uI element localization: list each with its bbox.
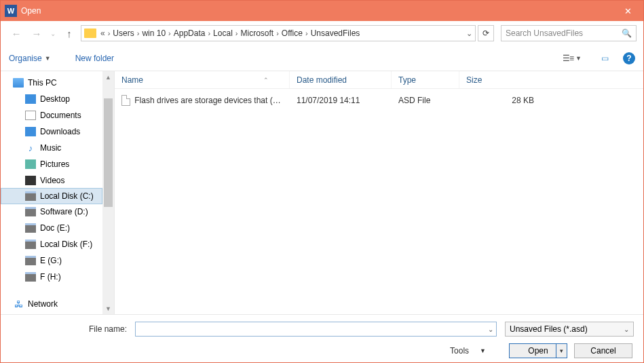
organise-menu[interactable]: Organise ▼ [9, 54, 51, 63]
back-button[interactable]: ← [7, 24, 25, 42]
crumb-users[interactable]: Users [113, 28, 134, 38]
filename-label: File name: [10, 324, 131, 334]
nav-tree: This PC Desktop Documents Downloads ♪ Mu… [1, 71, 115, 314]
tree-this-pc[interactable]: This PC [1, 75, 114, 91]
pictures-icon [25, 159, 36, 169]
column-label: Date modified [297, 75, 347, 85]
combobox-drop-icon[interactable]: ⌄ [624, 326, 629, 333]
filetype-value: Unsaved Files (*.asd) [510, 324, 588, 334]
forward-button[interactable]: → [28, 24, 45, 42]
disk-icon [25, 223, 36, 233]
tree-label: Local Disk (C:) [40, 191, 94, 201]
tree-label: Local Disk (F:) [40, 240, 92, 249]
breadcrumb-history-dropdown[interactable]: ⌄ [466, 29, 472, 38]
filetype-combobox[interactable]: Unsaved Files (*.asd) ⌄ [505, 322, 634, 337]
toolbar: Organise ▼ New folder ☰≡ ▼ ▭ ? [1, 45, 643, 71]
tree-label: Network [28, 299, 58, 309]
tree-label: Doc (E:) [40, 223, 70, 233]
crumb-local[interactable]: Local [213, 28, 233, 38]
column-label: Size [466, 75, 482, 85]
tree-doc-e[interactable]: Doc (E:) [1, 220, 114, 236]
file-size: 28 KB [459, 96, 554, 105]
caret-down-icon: ▼ [45, 55, 51, 62]
chevron-right-icon: › [168, 29, 171, 37]
tree-f-h[interactable]: F (H:) [1, 269, 114, 285]
column-date[interactable]: Date modified [290, 71, 392, 88]
folder-icon [84, 28, 96, 38]
scroll-thumb[interactable] [104, 98, 113, 207]
nav-bar: ← → ⌄ ↑ « › Users › win 10 › AppData › L… [1, 21, 643, 45]
bottom-panel: File name: ⌄ Unsaved Files (*.asd) ⌄ Too… [1, 314, 643, 363]
sort-indicator-icon: ⌃ [263, 77, 269, 83]
tools-label: Tools [450, 346, 469, 356]
column-name[interactable]: Name ⌃ [115, 71, 290, 88]
scroll-down-icon[interactable]: ▼ [102, 303, 114, 314]
pc-icon [13, 78, 24, 88]
main-area: This PC Desktop Documents Downloads ♪ Mu… [1, 71, 643, 314]
open-button[interactable]: Open ▾ [509, 343, 567, 358]
file-name: Flash drives are storage devices that ((… [134, 96, 283, 105]
chevron-right-icon: › [208, 29, 210, 37]
tree-software-d[interactable]: Software (D:) [1, 204, 114, 220]
cancel-label: Cancel [590, 346, 615, 356]
file-type: ASD File [392, 96, 459, 105]
chevron-right-icon: › [137, 29, 140, 37]
file-date: 11/07/2019 14:11 [290, 96, 392, 105]
close-button[interactable]: ✕ [613, 1, 643, 21]
search-box[interactable]: 🔍 [501, 25, 637, 41]
crumb-unsavedfiles[interactable]: UnsavedFiles [311, 28, 360, 38]
combobox-drop-icon[interactable]: ⌄ [488, 326, 493, 333]
tree-downloads[interactable]: Downloads [1, 123, 114, 140]
tree-network[interactable]: 🖧 Network [1, 296, 114, 312]
view-options-button[interactable]: ☰≡ ▼ [558, 51, 586, 66]
column-label: Name [121, 75, 143, 85]
help-button[interactable]: ? [623, 52, 635, 64]
chevron-right-icon: › [108, 29, 111, 37]
tree-local-f[interactable]: Local Disk (F:) [1, 236, 114, 252]
tree-desktop[interactable]: Desktop [1, 91, 114, 107]
videos-icon [25, 176, 36, 185]
title-bar: W Open ✕ [1, 1, 643, 21]
crumb-appdata[interactable]: AppData [174, 28, 206, 38]
tree-pictures[interactable]: Pictures [1, 156, 114, 172]
crumb-microsoft[interactable]: Microsoft [240, 28, 273, 38]
refresh-button[interactable]: ⟳ [478, 25, 494, 41]
tree-videos[interactable]: Videos [1, 172, 114, 189]
up-button[interactable]: ↑ [60, 24, 78, 42]
documents-icon [25, 111, 36, 120]
open-label: Open [528, 346, 548, 356]
column-type[interactable]: Type [392, 71, 459, 88]
tools-menu[interactable]: Tools ▼ [450, 346, 486, 356]
tree-local-c[interactable]: Local Disk (C:) [1, 188, 102, 204]
breadcrumb-overflow[interactable]: « [100, 28, 105, 38]
new-folder-button[interactable]: New folder [75, 54, 114, 63]
disk-icon [25, 240, 36, 249]
recent-dropdown[interactable]: ⌄ [48, 24, 58, 42]
preview-pane-button[interactable]: ▭ [596, 51, 613, 66]
search-input[interactable] [506, 28, 632, 38]
tree-e-g[interactable]: E (G:) [1, 252, 114, 269]
column-size[interactable]: Size [459, 71, 554, 88]
file-row[interactable]: Flash drives are storage devices that ((… [115, 93, 643, 108]
cancel-button[interactable]: Cancel [574, 343, 632, 358]
disk-icon [25, 207, 36, 216]
organise-label: Organise [9, 54, 42, 63]
scroll-up-icon[interactable]: ▲ [102, 71, 114, 83]
crumb-win10[interactable]: win 10 [142, 28, 166, 38]
tree-label: Videos [40, 176, 64, 185]
filename-combobox[interactable]: ⌄ [135, 322, 497, 337]
crumb-office[interactable]: Office [282, 28, 303, 38]
breadcrumb[interactable]: « › Users › win 10 › AppData › Local › M… [81, 25, 476, 41]
buttons-row: Tools ▼ Open ▾ Cancel [10, 343, 634, 358]
chevron-right-icon: › [276, 29, 279, 37]
open-split-dropdown[interactable]: ▾ [556, 344, 567, 358]
tree-documents[interactable]: Documents [1, 107, 114, 123]
desktop-icon [25, 94, 36, 104]
tree-scrollbar[interactable]: ▲ ▼ [102, 71, 114, 314]
tree-label: Pictures [40, 159, 69, 169]
tree-music[interactable]: ♪ Music [1, 140, 114, 156]
file-rows: Flash drives are storage devices that ((… [115, 89, 643, 314]
file-icon [121, 95, 130, 106]
disk-icon [25, 272, 36, 282]
caret-down-icon: ▼ [480, 347, 486, 354]
